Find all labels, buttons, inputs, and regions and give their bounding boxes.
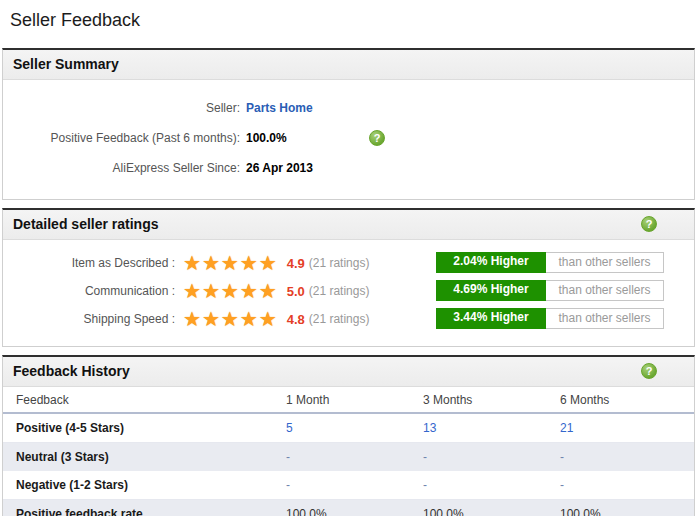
seller-summary-body: Seller: Parts Home Positive Feedback (Pa…: [3, 80, 694, 199]
negative-count-3months: -: [423, 478, 427, 492]
row-label: Negative (1-2 Stars): [3, 471, 273, 500]
positive-rate-1month: 100.0%: [286, 507, 327, 516]
rating-label: Communication :: [3, 284, 175, 298]
seller-summary-section: Seller Summary Seller: Parts Home Positi…: [2, 48, 695, 200]
rating-label: Shipping Speed :: [3, 312, 175, 326]
seller-name-link[interactable]: Parts Home: [246, 101, 313, 115]
table-row-neutral: Neutral (3 Stars) - - -: [3, 443, 694, 472]
feedback-history-body: Feedback 1 Month 3 Months 6 Months Posit…: [3, 387, 694, 516]
row-label: Positive feedback rate: [3, 500, 273, 516]
table-header-row: Feedback 1 Month 3 Months 6 Months: [3, 387, 694, 413]
rating-score: 4.9: [287, 256, 305, 271]
negative-count-1month: -: [286, 478, 290, 492]
detailed-ratings-header: Detailed seller ratings ?: [3, 210, 694, 240]
column-header-1-month: 1 Month: [273, 387, 410, 413]
positive-count-3months-link[interactable]: 13: [423, 421, 436, 435]
help-icon[interactable]: ?: [641, 216, 657, 232]
positive-rate-3months: 100.0%: [423, 507, 464, 516]
column-header-6-months: 6 Months: [547, 387, 694, 413]
comparison-badge: 4.69% Higher than other sellers: [436, 280, 664, 301]
rating-row-communication: Communication : ★★★★★ 5.0 (21 ratings) 4…: [3, 277, 694, 305]
feedback-history-section: Feedback History ? Feedback 1 Month 3 Mo…: [2, 355, 695, 516]
seller-summary-title: Seller Summary: [13, 56, 119, 72]
comparison-badge: 3.44% Higher than other sellers: [436, 308, 664, 329]
star-rating-icon: ★★★★★: [183, 281, 278, 301]
seller-label: Seller:: [3, 101, 240, 115]
positive-feedback-value: 100.0%: [246, 131, 287, 145]
neutral-count-1month: -: [286, 450, 290, 464]
feedback-history-header: Feedback History ?: [3, 357, 694, 387]
summary-row-seller-since: AliExpress Seller Since: 26 Apr 2013: [3, 153, 694, 183]
badge-percent-higher: 2.04% Higher: [436, 252, 546, 273]
positive-count-6months-link[interactable]: 21: [560, 421, 573, 435]
detailed-ratings-body: Item as Described : ★★★★★ 4.9 (21 rating…: [3, 240, 694, 346]
summary-row-seller: Seller: Parts Home: [3, 93, 694, 123]
table-row-positive-rate: Positive feedback rate 100.0% 100.0% 100…: [3, 500, 694, 516]
detailed-ratings-section: Detailed seller ratings ? Item as Descri…: [2, 208, 695, 347]
rating-score: 4.8: [287, 312, 305, 327]
help-icon[interactable]: ?: [369, 130, 385, 146]
seller-summary-header: Seller Summary: [3, 50, 694, 80]
rating-row-shipping-speed: Shipping Speed : ★★★★★ 4.8 (21 ratings) …: [3, 305, 694, 333]
table-row-negative: Negative (1-2 Stars) - - -: [3, 471, 694, 500]
badge-percent-higher: 3.44% Higher: [436, 308, 546, 329]
seller-since-label: AliExpress Seller Since:: [3, 161, 240, 175]
neutral-count-3months: -: [423, 450, 427, 464]
feedback-history-table: Feedback 1 Month 3 Months 6 Months Posit…: [3, 387, 694, 516]
rating-count: (21 ratings): [309, 312, 370, 326]
badge-percent-higher: 4.69% Higher: [436, 280, 546, 301]
seller-feedback-page: Seller Feedback Seller Summary Seller: P…: [0, 0, 698, 516]
rating-label: Item as Described :: [3, 256, 175, 270]
neutral-count-6months: -: [560, 450, 564, 464]
star-rating-icon: ★★★★★: [183, 309, 278, 329]
comparison-badge: 2.04% Higher than other sellers: [436, 252, 664, 273]
rating-count: (21 ratings): [309, 256, 370, 270]
row-label: Positive (4-5 Stars): [3, 413, 273, 443]
feedback-history-title: Feedback History: [13, 363, 130, 379]
column-header-feedback: Feedback: [3, 387, 273, 413]
positive-count-1month-link[interactable]: 5: [286, 421, 293, 435]
badge-suffix: than other sellers: [546, 253, 663, 272]
star-rating-icon: ★★★★★: [183, 253, 278, 273]
positive-feedback-label: Positive Feedback (Past 6 months):: [3, 131, 240, 145]
summary-row-positive-feedback: Positive Feedback (Past 6 months): 100.0…: [3, 123, 694, 153]
rating-row-item-as-described: Item as Described : ★★★★★ 4.9 (21 rating…: [3, 249, 694, 277]
help-icon[interactable]: ?: [641, 363, 657, 379]
rating-score: 5.0: [287, 284, 305, 299]
badge-suffix: than other sellers: [546, 281, 663, 300]
row-label: Neutral (3 Stars): [3, 443, 273, 472]
seller-since-value: 26 Apr 2013: [246, 161, 313, 175]
column-header-3-months: 3 Months: [410, 387, 547, 413]
positive-rate-6months: 100.0%: [560, 507, 601, 516]
badge-suffix: than other sellers: [546, 309, 663, 328]
rating-count: (21 ratings): [309, 284, 370, 298]
page-title: Seller Feedback: [0, 8, 698, 31]
negative-count-6months: -: [560, 478, 564, 492]
detailed-ratings-title: Detailed seller ratings: [13, 216, 159, 232]
table-row-positive: Positive (4-5 Stars) 5 13 21: [3, 413, 694, 443]
